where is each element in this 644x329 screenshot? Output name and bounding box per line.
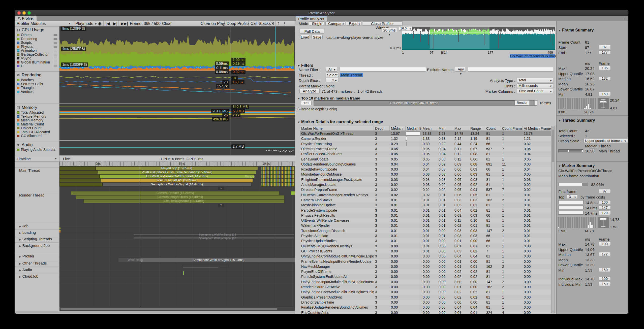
- profiler-modules-dropdown[interactable]: Profiler Modules ▼: [15, 21, 73, 26]
- marker-row-Graphics.PresentAndSync[interactable]: Graphics.PresentAndSync30.000.000.000.02…: [300, 295, 551, 300]
- top-cost-bar[interactable]: [558, 200, 584, 204]
- thread-range-slider[interactable]: [558, 149, 583, 152]
- name-filter-mode-dropdown[interactable]: All ▼: [326, 67, 337, 72]
- legend-item-ui[interactable]: UI: [15, 64, 59, 68]
- frame-jump-button[interactable]: 159: [599, 268, 611, 272]
- column-header-min[interactable]: Min: [437, 126, 453, 131]
- mode-single-button[interactable]: Single: [309, 21, 324, 26]
- top-cost-bar[interactable]: [558, 206, 584, 209]
- top10-count-box[interactable]: 132: [301, 101, 312, 105]
- legend-item-playing-audio-sources[interactable]: Playing Audio Sources: [15, 148, 59, 152]
- marker-row-BehaviourUpdate[interactable]: BehaviourUpdate30.050.050.050.110.068110…: [300, 157, 551, 162]
- column-header-max[interactable]: Max: [453, 126, 469, 131]
- marker-row-UIEvents.CanvasManagerRenderOverlays[interactable]: UIEvents.CanvasManagerRenderOverlays30.0…: [300, 192, 551, 198]
- expand-icon[interactable]: ▶: [19, 262, 21, 265]
- marker-row-GUI.ProcessEvents[interactable]: GUI.ProcessEvents30.000.010.000.030.0271…: [300, 249, 551, 254]
- exclude-names-input[interactable]: [468, 67, 554, 72]
- module-header[interactable]: Audio: [15, 141, 59, 148]
- column-header-range[interactable]: Range: [469, 126, 485, 131]
- column-header-depth[interactable]: Depth: [374, 126, 390, 131]
- thread-label-cloudjob[interactable]: ▶CloudJob: [15, 273, 59, 279]
- marker-row-ParticleSystem.Update[interactable]: ParticleSystem.Update30.010.010.010.040.…: [300, 208, 551, 213]
- drag-handle-icon[interactable]: [54, 46, 57, 48]
- frame-jump-button[interactable]: 147: [599, 206, 611, 210]
- timeline-bar-5[interactable]: Semaphore.WaitForSignal (14.44ms): [103, 183, 251, 186]
- clear-button[interactable]: Clear: [160, 21, 175, 26]
- frame-jump-button[interactable]: 129: [599, 211, 611, 215]
- top10-render-segment[interactable]: Render: [515, 101, 529, 105]
- frame-jump-button[interactable]: 100: [599, 242, 611, 246]
- frame-jump-button[interactable]: 132: [599, 76, 611, 80]
- marker-row-Physics.FetchResults[interactable]: Physics.FetchResults30.010.010.010.030.0…: [300, 213, 551, 218]
- hscrollbar-thumb[interactable]: [60, 308, 277, 310]
- drag-handle-icon[interactable]: [54, 58, 57, 60]
- render-bar-dim-1[interactable]: Camera.Render (16.28ms): [71, 191, 280, 195]
- marker-row-TransformChangedDispatch[interactable]: TransformChangedDispatch30.010.010.000.0…: [300, 228, 551, 233]
- marker-row-UpdateRendererBoundingVolumes[interactable]: UpdateRendererBoundingVolumes30.040.040.…: [300, 162, 551, 167]
- render-bar-dim-2[interactable]: Camera.ImageEffects (15.48ms): [76, 195, 285, 199]
- marker-row-FixedBehaviourUpdate[interactable]: FixedBehaviourUpdate30.030.040.030.060.0…: [300, 167, 551, 172]
- drag-handle-icon[interactable]: [54, 42, 57, 44]
- top10-section-title[interactable]: ▼Top 10 markers on median frame: [297, 96, 360, 101]
- expand-icon[interactable]: ▶: [19, 245, 21, 247]
- frame-jump-button[interactable]: 172: [599, 252, 611, 256]
- marker-row-Gfx.WaitForPresentOnGfxThread[interactable]: Gfx.WaitForPresentOnGfxThread313.6713.33…: [300, 131, 551, 136]
- column-header-mean[interactable]: Mean: [421, 126, 437, 131]
- thread-selected-value[interactable]: Main Thread: [340, 73, 363, 77]
- analysis-type-dropdown[interactable]: Total ▼: [517, 78, 554, 82]
- profiler-charts[interactable]: 8ms (120FPS)4ms (250FPS)1ms (1000FPS)1.0…: [59, 26, 295, 156]
- kebab-menu-icon[interactable]: ⋮: [283, 21, 287, 26]
- record-button[interactable]: ◉: [96, 21, 104, 26]
- frame-jump-button[interactable]: 159: [599, 92, 611, 96]
- expand-icon[interactable]: ▶: [19, 255, 21, 258]
- marker-row-Monobehaviour.OnMouse_[interactable]: Monobehaviour.OnMouse_30.030.030.030.060…: [300, 172, 551, 177]
- timeline-body[interactable]: PlayerLoop (16.65ms)PostLateUpdate.Finis…: [59, 166, 295, 307]
- timeline-bar-dim-lead[interactable]: [59, 171, 98, 174]
- thread-label-other-threads[interactable]: ▶Other Threads: [15, 260, 59, 266]
- legend-item-physics[interactable]: Physics: [15, 45, 59, 49]
- timeline-bar-4[interactable]: WaitForTargetFPS (14.46ms): [101, 179, 253, 182]
- column-header-marker-name[interactable]: Marker Name: [300, 126, 374, 131]
- summary-section-title-frame-summary[interactable]: ▼Frame Summary: [558, 28, 594, 32]
- help-icon[interactable]: ?: [277, 21, 279, 26]
- save-button[interactable]: Save: [312, 35, 323, 39]
- units-dropdown[interactable]: Milliseconds ▼: [517, 83, 554, 88]
- drag-handle-icon[interactable]: [54, 38, 57, 40]
- timeline-hscrollbar[interactable]: [59, 307, 295, 311]
- timeline-bar-dim-lead[interactable]: [59, 167, 96, 170]
- legend-item-batches[interactable]: Batches: [15, 78, 59, 82]
- render-bar-dim-3[interactable]: Gfx.DrawDynamic (15.44ms): [83, 199, 285, 203]
- top-cost-bar[interactable]: [558, 211, 584, 215]
- legend-item-gc-allocated[interactable]: GC Allocated: [15, 134, 59, 138]
- marker-row-MeshSkinning.Update[interactable]: MeshSkinning.Update30.010.010.010.030.02…: [300, 203, 551, 208]
- timeline-ruler[interactable]: 0ms5ms10ms: [59, 162, 295, 166]
- legend-item-others[interactable]: Others: [15, 33, 59, 37]
- marker-row-UIEvents.WillRenderCanvases[interactable]: UIEvents.WillRenderCanvases30.010.010.01…: [300, 218, 551, 223]
- marker-row-EndGraphicsJobs[interactable]: EndGraphicsJobs30.000.000.000.010.013244…: [300, 310, 551, 314]
- module-header[interactable]: Memory: [15, 104, 59, 111]
- legend-item-animation[interactable]: Animation: [15, 49, 59, 53]
- mode-compare-button[interactable]: Compare: [325, 21, 345, 26]
- thread-label-render-thread[interactable]: Render Thread: [15, 192, 59, 198]
- scroll-down-icon[interactable]: ▼: [552, 310, 554, 312]
- summary-section-title-thread-summary[interactable]: ▼Thread Summary: [558, 118, 595, 123]
- exclude-mode-dropdown[interactable]: Any ▼: [454, 67, 466, 72]
- thread-label-audio[interactable]: ▶Audio: [15, 267, 59, 273]
- current-frame-button[interactable]: ▶▶|: [119, 21, 128, 26]
- drag-handle-icon[interactable]: [54, 54, 57, 56]
- frame-jump-button[interactable]: 97: [599, 189, 611, 193]
- marker-row-FrameEvents.NewInputBeforeRenderUpdate[interactable]: FrameEvents.NewInputBeforeRenderUpdate30…: [300, 259, 551, 264]
- frame-jump-button[interactable]: 105: [599, 66, 611, 70]
- column-header-at-median-frame[interactable]: At Median Frame: [523, 126, 551, 131]
- legend-item-vsync[interactable]: VSync: [15, 56, 59, 60]
- top10-main-segment[interactable]: Gfx.WaitForPresentOnGfxThread: [314, 101, 514, 105]
- prev-frame-button[interactable]: |◀: [104, 21, 111, 26]
- graph-scale-dropdown[interactable]: Upper quartile of frame ti▼: [584, 138, 628, 143]
- frame-jump-button[interactable]: 100: [599, 277, 611, 281]
- timeline-busy-region[interactable]: [261, 167, 295, 170]
- scroll-up-icon[interactable]: ▲: [552, 126, 554, 129]
- tab-profiler[interactable]: Profiler: [15, 16, 37, 21]
- summary-section-title-marker-summary[interactable]: ▼Marker Summary: [558, 163, 595, 168]
- column-header-median-bar[interactable]: Median Bar: [406, 126, 421, 131]
- chart-band-rendering[interactable]: [59, 72, 295, 104]
